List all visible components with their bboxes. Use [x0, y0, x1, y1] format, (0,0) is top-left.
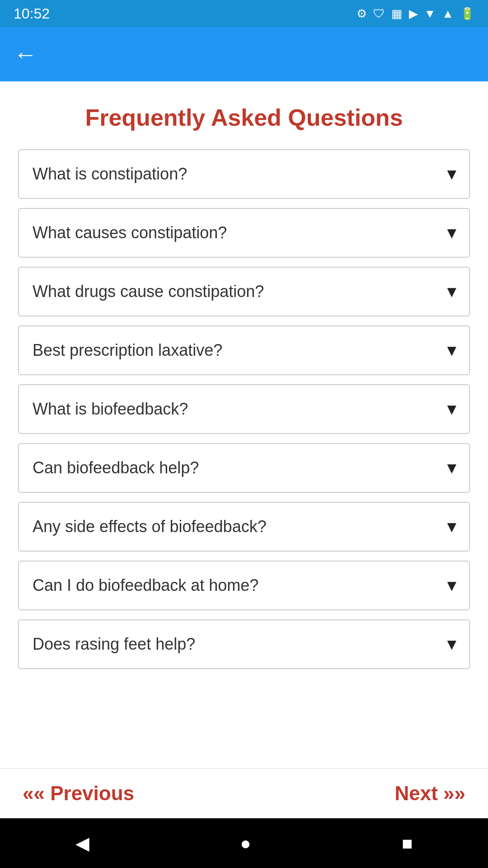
chevron-down-icon: ▾ [447, 517, 455, 536]
faq-list: What is constipation?▾What causes consti… [0, 149, 488, 768]
wifi-icon: ▼ [424, 7, 436, 21]
page-title: Frequently Asked Questions [0, 81, 488, 149]
faq-question: Does rasing feet help? [33, 635, 195, 654]
faq-question: What drugs cause constipation? [33, 282, 264, 301]
faq-question: Can biofeedback help? [33, 458, 199, 477]
chevron-down-icon: ▾ [447, 165, 455, 184]
faq-item[interactable]: Can I do biofeedback at home?▾ [18, 561, 470, 610]
next-button[interactable]: Next »» [394, 782, 465, 805]
chevron-down-icon: ▾ [447, 341, 455, 360]
chevron-down-icon: ▾ [447, 458, 455, 477]
chevron-down-icon: ▾ [447, 282, 455, 301]
chevron-down-icon: ▾ [447, 223, 455, 242]
main-content: Frequently Asked Questions What is const… [0, 81, 488, 818]
faq-question: What is constipation? [33, 165, 187, 184]
status-time: 10:52 [14, 5, 50, 22]
faq-question: What is biofeedback? [33, 400, 188, 419]
android-home-button[interactable]: ● [240, 833, 251, 854]
signal-icon: ▲ [442, 7, 454, 21]
play-icon: ▶ [409, 7, 418, 21]
faq-item[interactable]: Best prescription laxative?▾ [18, 326, 470, 375]
faq-question: Best prescription laxative? [33, 341, 222, 360]
faq-item[interactable]: What causes constipation?▾ [18, 208, 470, 258]
chevron-down-icon: ▾ [447, 576, 455, 595]
faq-question: Any side effects of biofeedback? [33, 517, 267, 536]
faq-item[interactable]: What drugs cause constipation?▾ [18, 267, 470, 316]
shield-icon: 🛡 [373, 7, 385, 21]
android-recent-button[interactable]: ■ [402, 833, 413, 854]
faq-item[interactable]: Does rasing feet help?▾ [18, 619, 470, 669]
sim-icon: ▦ [391, 7, 403, 21]
bottom-nav: «« Previous Next »» [0, 768, 488, 818]
android-nav-bar: ◀ ● ■ [0, 818, 488, 868]
settings-icon: ⚙ [357, 7, 367, 21]
faq-item[interactable]: What is biofeedback?▾ [18, 384, 470, 434]
status-icons: ⚙ 🛡 ▦ ▶ ▼ ▲ 🔋 [357, 7, 474, 21]
previous-button[interactable]: «« Previous [23, 782, 134, 805]
chevron-down-icon: ▾ [447, 635, 455, 654]
faq-item[interactable]: What is constipation?▾ [18, 149, 470, 199]
android-back-button[interactable]: ◀ [75, 833, 89, 854]
back-button[interactable]: ← [14, 42, 37, 66]
faq-item[interactable]: Can biofeedback help?▾ [18, 443, 470, 493]
faq-item[interactable]: Any side effects of biofeedback?▾ [18, 502, 470, 552]
chevron-down-icon: ▾ [447, 400, 455, 419]
faq-question: Can I do biofeedback at home? [33, 576, 258, 595]
faq-question: What causes constipation? [33, 223, 227, 242]
battery-icon: 🔋 [460, 7, 474, 21]
status-bar: 10:52 ⚙ 🛡 ▦ ▶ ▼ ▲ 🔋 [0, 0, 488, 27]
app-bar: ← [0, 27, 488, 81]
